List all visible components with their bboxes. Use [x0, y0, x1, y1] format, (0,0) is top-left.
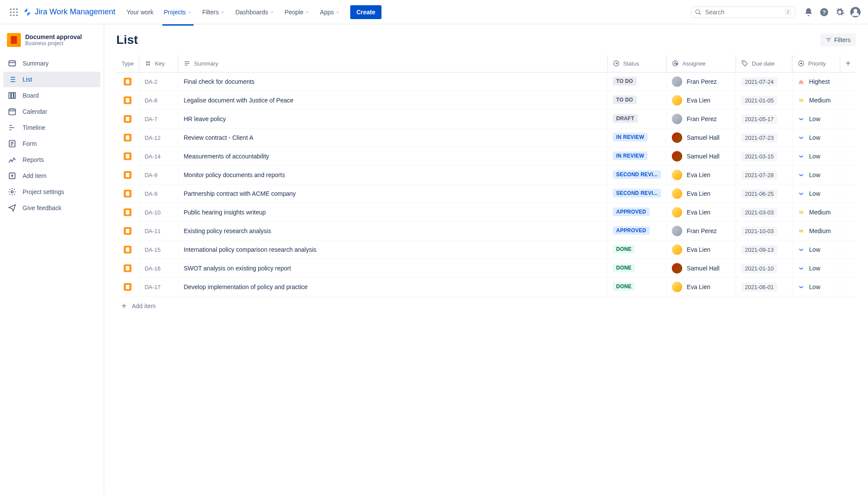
cell-key[interactable]: DA-2 — [139, 72, 178, 91]
cell-summary[interactable]: Final check for documents — [178, 72, 608, 91]
help-icon[interactable]: ? — [819, 7, 830, 18]
search-input[interactable] — [705, 9, 781, 16]
cell-summary[interactable]: Existing policy research analysis — [178, 222, 608, 240]
cell-priority[interactable]: Low — [792, 147, 840, 166]
cell-key[interactable]: DA-8 — [139, 91, 178, 110]
nav-item-filters[interactable]: Filters — [198, 6, 229, 18]
notifications-icon[interactable] — [803, 7, 814, 18]
cell-status[interactable]: TO DO — [607, 91, 666, 110]
cell-priority[interactable]: Low — [792, 259, 840, 278]
cell-key[interactable]: DA-10 — [139, 203, 178, 222]
cell-key[interactable]: DA-11 — [139, 222, 178, 240]
sidebar-item-list[interactable]: List — [3, 72, 100, 87]
table-row[interactable]: DA-15 International policy comparison re… — [116, 240, 856, 259]
cell-priority[interactable]: Medium — [792, 203, 840, 222]
cell-status[interactable]: DONE — [607, 278, 666, 296]
cell-key[interactable]: DA-12 — [139, 128, 178, 147]
cell-status[interactable]: DRAFT — [607, 110, 666, 128]
table-row[interactable]: DA-7 HR leave policy DRAFT Fran Perez 20… — [116, 110, 856, 128]
table-row[interactable]: DA-16 SWOT analysis on existing policy r… — [116, 259, 856, 278]
cell-priority[interactable]: Low — [792, 240, 840, 259]
column-summary[interactable]: Summary — [178, 55, 608, 72]
cell-type[interactable] — [116, 203, 139, 222]
cell-status[interactable]: IN REVIEW — [607, 147, 666, 166]
cell-type[interactable] — [116, 278, 139, 296]
cell-status[interactable]: APPROVED — [607, 203, 666, 222]
profile-icon[interactable] — [850, 7, 861, 18]
table-row[interactable]: DA-12 Review contract - Client A IN REVI… — [116, 128, 856, 147]
cell-due-date[interactable]: 2021-03-03 — [736, 203, 792, 222]
cell-summary[interactable]: Monitor policy documents and reports — [178, 166, 608, 184]
cell-due-date[interactable]: 2021-06-01 — [736, 278, 792, 296]
cell-assignee[interactable]: Samuel Hall — [667, 128, 736, 147]
cell-status[interactable]: SECOND REVI... — [607, 166, 666, 184]
search-input-wrap[interactable]: / — [691, 7, 795, 18]
cell-assignee[interactable]: Fran Perez — [667, 110, 736, 128]
product-logo[interactable]: Jira Work Management — [23, 7, 115, 17]
cell-summary[interactable]: HR leave policy — [178, 110, 608, 128]
nav-item-people[interactable]: People — [280, 6, 314, 18]
cell-priority[interactable]: Low — [792, 184, 840, 203]
cell-type[interactable] — [116, 240, 139, 259]
cell-key[interactable]: DA-14 — [139, 147, 178, 166]
cell-assignee[interactable]: Fran Perez — [667, 222, 736, 240]
cell-key[interactable]: DA-17 — [139, 278, 178, 296]
cell-assignee[interactable]: Fran Perez — [667, 72, 736, 91]
cell-summary[interactable]: Review contract - Client A — [178, 128, 608, 147]
cell-status[interactable]: TO DO — [607, 72, 666, 91]
cell-key[interactable]: DA-9 — [139, 166, 178, 184]
cell-summary[interactable]: Public hearing insights writeup — [178, 203, 608, 222]
cell-assignee[interactable]: Eva Lien — [667, 203, 736, 222]
cell-priority[interactable]: Low — [792, 278, 840, 296]
cell-summary[interactable]: SWOT analysis on existing policy report — [178, 259, 608, 278]
cell-key[interactable]: DA-15 — [139, 240, 178, 259]
cell-type[interactable] — [116, 110, 139, 128]
sidebar-item-form[interactable]: Form — [3, 136, 100, 151]
cell-status[interactable]: APPROVED — [607, 222, 666, 240]
sidebar-item-board[interactable]: Board — [3, 88, 100, 103]
cell-priority[interactable]: Highest — [792, 72, 840, 91]
filters-button[interactable]: Filters — [820, 33, 856, 46]
sidebar-item-project-settings[interactable]: Project settings — [3, 184, 100, 200]
cell-due-date[interactable]: 2021-07-23 — [736, 128, 792, 147]
cell-priority[interactable]: Medium — [792, 222, 840, 240]
add-column-button[interactable]: + — [840, 55, 856, 72]
cell-summary[interactable]: International policy comparison research… — [178, 240, 608, 259]
column-status[interactable]: Status — [607, 55, 666, 72]
cell-type[interactable] — [116, 147, 139, 166]
create-button[interactable]: Create — [350, 5, 381, 19]
cell-assignee[interactable]: Samuel Hall — [667, 259, 736, 278]
table-row[interactable]: DA-2 Final check for documents TO DO Fra… — [116, 72, 856, 91]
cell-due-date[interactable]: 2021-03-15 — [736, 147, 792, 166]
cell-type[interactable] — [116, 222, 139, 240]
project-header[interactable]: Document approval Business project — [3, 31, 100, 54]
cell-priority[interactable]: Medium — [792, 91, 840, 110]
cell-type[interactable] — [116, 72, 139, 91]
cell-status[interactable]: DONE — [607, 259, 666, 278]
cell-type[interactable] — [116, 128, 139, 147]
table-row[interactable]: DA-14 Measurements of accountability IN … — [116, 147, 856, 166]
cell-due-date[interactable]: 2021-01-05 — [736, 91, 792, 110]
cell-due-date[interactable]: 2021-05-17 — [736, 110, 792, 128]
nav-item-projects[interactable]: Projects — [160, 6, 197, 18]
cell-type[interactable] — [116, 184, 139, 203]
sidebar-item-timeline[interactable]: Timeline — [3, 120, 100, 135]
cell-type[interactable] — [116, 91, 139, 110]
sidebar-item-reports[interactable]: Reports — [3, 152, 100, 168]
cell-priority[interactable]: Low — [792, 128, 840, 147]
column-due-date[interactable]: Due date — [736, 55, 792, 72]
cell-assignee[interactable]: Samuel Hall — [667, 147, 736, 166]
table-row[interactable]: DA-9 Monitor policy documents and report… — [116, 166, 856, 184]
column-key[interactable]: Key — [139, 55, 178, 72]
nav-item-your-work[interactable]: Your work — [122, 6, 158, 18]
cell-status[interactable]: SECOND REVI... — [607, 184, 666, 203]
column-priority[interactable]: Priority — [792, 55, 840, 72]
cell-status[interactable]: DONE — [607, 240, 666, 259]
sidebar-item-summary[interactable]: Summary — [3, 56, 100, 71]
table-row[interactable]: DA-8 Legalise document with Justice of P… — [116, 91, 856, 110]
cell-type[interactable] — [116, 259, 139, 278]
column-type[interactable]: Type — [116, 55, 139, 72]
table-row[interactable]: DA-10 Public hearing insights writeup AP… — [116, 203, 856, 222]
cell-priority[interactable]: Low — [792, 166, 840, 184]
cell-assignee[interactable]: Eva Lien — [667, 278, 736, 296]
